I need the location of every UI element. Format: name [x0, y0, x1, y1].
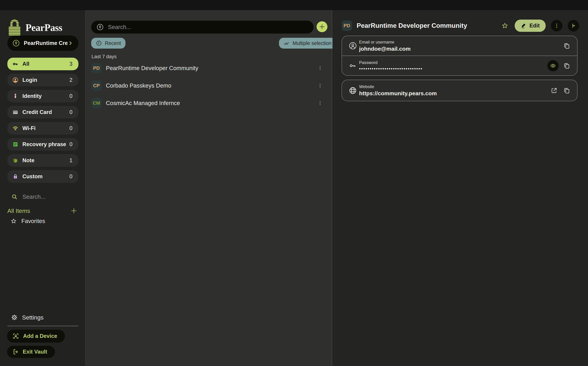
category-count: 0 — [70, 93, 72, 99]
sidebar-search-input[interactable] — [22, 193, 75, 200]
settings-label: Settings — [22, 314, 44, 321]
list-item[interactable]: CM CosmicAc Managed Infernce — [91, 96, 324, 110]
reveal-password-eye-icon[interactable] — [547, 60, 559, 71]
detail-header: PD PearRuntime Developer Community Edit — [342, 20, 579, 32]
password-actions — [547, 60, 571, 71]
gear-icon — [11, 314, 18, 321]
item-kebab-menu-icon[interactable] — [316, 98, 324, 108]
recent-chip-label: Recent — [105, 40, 121, 46]
key-icon — [347, 62, 358, 70]
external-link-icon[interactable] — [549, 86, 559, 95]
category-credit-card[interactable]: Credit Card 0 — [7, 106, 78, 119]
email-value: johndoe@mail.com — [359, 46, 562, 52]
sidebar: PearPass PearRuntime Cre... All 3 — [0, 10, 86, 366]
item-kebab-menu-icon[interactable] — [316, 80, 324, 91]
exit-vault-button[interactable]: Exit Vault — [7, 346, 55, 358]
favorites-row[interactable]: Favorites — [10, 218, 45, 224]
add-device-button[interactable]: Add a Device — [7, 330, 65, 343]
detail-kebab-menu-button[interactable] — [551, 20, 563, 31]
credentials-card: Email or username johndoe@mail.com — [342, 36, 578, 76]
copy-icon[interactable] — [562, 86, 571, 95]
add-device-label: Add a Device — [23, 333, 57, 339]
vault-keyhole-icon — [12, 39, 20, 47]
clock-icon — [96, 40, 102, 46]
password-label: Password — [359, 60, 547, 65]
user-circle-icon — [12, 77, 19, 83]
vault-switcher-button[interactable]: PearRuntime Cre... — [7, 36, 78, 51]
device-scan-person-icon — [12, 333, 19, 340]
person-icon — [12, 93, 19, 99]
detail-avatar: PD — [342, 20, 352, 31]
item-avatar: CM — [91, 98, 102, 108]
globe-icon — [347, 86, 358, 95]
item-kebab-menu-icon[interactable] — [316, 63, 324, 73]
collapse-panel-button[interactable] — [568, 20, 579, 31]
add-item-button[interactable] — [317, 21, 327, 32]
list-group-label: Last 7 days — [92, 54, 117, 60]
multiple-selection-label: Multiple selection — [293, 40, 332, 46]
user-circle-icon — [347, 42, 358, 50]
double-check-icon — [284, 40, 290, 46]
category-label: Custom — [22, 173, 70, 180]
item-avatar: PD — [91, 63, 102, 73]
category-label: Credit Card — [22, 109, 70, 115]
category-label: All — [22, 61, 70, 67]
website-actions — [549, 86, 571, 95]
credit-card-icon — [12, 109, 19, 115]
edit-label: Edit — [529, 23, 540, 29]
window-top-bar — [0, 0, 588, 10]
vault-switcher-label: PearRuntime Cre... — [24, 40, 68, 46]
all-items-link[interactable]: All Items — [7, 207, 69, 214]
edit-button[interactable]: Edit — [515, 20, 546, 32]
add-folder-plus-icon[interactable] — [69, 206, 78, 215]
pearpass-lock-logo-icon — [7, 19, 22, 37]
favorite-star-icon[interactable] — [500, 21, 509, 30]
copy-icon[interactable] — [562, 61, 571, 70]
multiple-selection-chip[interactable]: Multiple selection — [279, 38, 336, 49]
category-all[interactable]: All 3 — [7, 58, 78, 70]
recovery-phrase-icon — [12, 141, 19, 147]
category-label: Recovery phrase — [22, 141, 70, 147]
category-note[interactable]: Note 1 — [7, 154, 78, 167]
category-recovery-phrase[interactable]: Recovery phrase 0 — [7, 138, 78, 151]
website-value: https://community.pears.com — [359, 90, 549, 97]
list-item[interactable]: PD PearRuntime Developer Community — [91, 61, 324, 75]
category-count: 1 — [70, 157, 72, 164]
email-actions — [562, 41, 571, 50]
website-card: Website https://community.pears.com — [342, 80, 578, 101]
category-count: 3 — [70, 61, 72, 67]
website-field-row: Website https://community.pears.com — [342, 80, 577, 101]
list-search-input[interactable] — [108, 23, 301, 30]
key-icon — [12, 61, 19, 67]
category-label: Note — [22, 157, 70, 164]
email-label: Email or username — [359, 40, 562, 45]
password-field: Password •••••••••••••••••••••••••••••• — [359, 60, 547, 71]
sidebar-divider — [7, 326, 78, 326]
email-field: Email or username johndoe@mail.com — [359, 40, 562, 52]
password-field-row: Password •••••••••••••••••••••••••••••• — [342, 56, 577, 76]
category-login[interactable]: Login 2 — [7, 74, 78, 86]
exit-icon — [12, 349, 19, 355]
website-label: Website — [359, 84, 549, 89]
copy-icon[interactable] — [562, 41, 571, 50]
password-masked-value: •••••••••••••••••••••••••••••• — [359, 66, 547, 71]
category-label: Login — [22, 77, 70, 83]
chevron-right-icon — [68, 40, 73, 46]
list-item[interactable]: CP Corbado Passkeys Demo — [91, 79, 324, 93]
category-count: 0 — [70, 141, 72, 147]
exit-vault-label: Exit Vault — [23, 349, 47, 355]
recent-filter-chip[interactable]: Recent — [91, 38, 126, 49]
category-custom[interactable]: Custom 0 — [7, 170, 78, 183]
category-identity[interactable]: Identity 0 — [7, 90, 78, 102]
category-list: All 3 Login 2 Identity 0 — [7, 58, 78, 186]
app-title: PearPass — [25, 22, 62, 33]
star-icon — [10, 218, 17, 224]
list-search-bar — [91, 21, 314, 34]
search-icon — [11, 193, 18, 200]
app-logo: PearPass — [7, 19, 62, 37]
website-field: Website https://community.pears.com — [359, 84, 549, 97]
note-icon — [12, 157, 19, 164]
category-wifi[interactable]: Wi-Fi 0 — [7, 122, 78, 135]
settings-button[interactable]: Settings — [11, 314, 44, 321]
item-title: CosmicAc Managed Infernce — [106, 100, 316, 107]
